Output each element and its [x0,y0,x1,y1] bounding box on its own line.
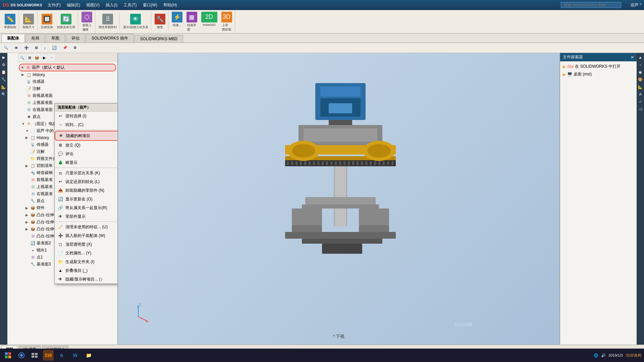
ctx-reset-light[interactable]: ↩ 设定还原到轻化 (L) [55,177,118,186]
toolbar-instant2d[interactable]: 2D Instant2D [200,11,219,33]
tree-root-item[interactable]: ▼ ⚙ 葫芦（默认 < 默认 [19,64,116,71]
rp-item-solidworks[interactable]: ▶ SW 在 SOLIDWORKS 中打开 [561,63,635,70]
taskbar-cortana[interactable] [16,350,27,361]
right-edge-icon-3[interactable]: ◉ [637,69,643,75]
menu-tools[interactable]: 工具(T) [121,2,139,9]
right-panel-close[interactable]: ✕ [631,55,634,60]
taskbar-start[interactable] [3,350,13,361]
left-edge-icon-6[interactable]: 🔍 [1,91,7,97]
sub-btn-options[interactable]: ⚙ [71,45,79,51]
toolbar-show[interactable]: 👁 显示/副镜几何关系 [122,13,150,30]
toolbar-group-show: 👁 显示/副镜几何关系 [120,12,151,31]
ctx-tree-display[interactable]: 🌲 树显示 ▶ [55,158,118,167]
toolbar-surface[interactable]: ⬡ 曲面上偏移 [80,11,94,33]
ctx-clean-features[interactable]: 🧹 清理未使用的特征... (U) [55,223,118,231]
ctx-doc-properties[interactable]: 📄 文档属性... (Y) [55,249,118,257]
menu-view[interactable]: 视图(V) [84,2,102,9]
toolbar-fastview[interactable]: ▦ 快速草图 [185,11,199,33]
search-input[interactable] [561,2,621,8]
ctx-unload-hidden-icon: 📤 [57,187,63,193]
right-edge-icon-8[interactable]: ◁ [637,106,643,112]
sub-btn-eye[interactable]: 👁 [12,45,20,51]
menu-file[interactable]: 文件(F) [45,2,63,9]
sub-btn-move[interactable]: ↕ [42,45,48,51]
sub-btn-snap[interactable]: 📌 [60,45,70,51]
tree-item-front-plane[interactable]: ⊟ 前视基准面 [21,92,116,99]
notes-icon: 📝 [26,86,32,92]
tab-plugins[interactable]: SOLIDWORKS 插件 [86,34,134,43]
right-panel-header: 文件探索器 ✕ [560,53,637,61]
taskbar-app-explorer[interactable]: 📁 [83,350,94,361]
toolbar-draw[interactable]: ✏️ 草图绘制 [3,13,17,30]
ctx-new-folder[interactable]: 📁 生成新文件夹 (I) [55,257,118,266]
toolbar-3d[interactable]: 3D 上草图矩规 [220,11,233,33]
toolbar-pattern[interactable]: ⠿ 线性草图阵列 [97,13,118,30]
toolbar-repair[interactable]: 🔧 修复 [153,13,167,30]
tree-btn-assembly[interactable]: 📦 [34,54,40,61]
right-edge-icon-2[interactable]: ↕ [637,62,643,68]
plane2-label: 凸台-拉伸5 [37,233,56,239]
menu-insert[interactable]: 插入(I) [103,2,120,9]
tab-assembly[interactable]: 装配体 [1,34,25,43]
rp-item-desktop[interactable]: ▶ 🖥️ 桌面 (msi) [561,70,635,78]
tab-evaluate[interactable]: 评估 [66,34,85,43]
ctx-show-update[interactable]: 🔄 显示更新友 (O) [55,195,118,203]
taskbar-app-ie[interactable]: e [56,350,67,361]
tree-btn-part[interactable]: ⊞ [26,54,33,61]
ctx-comp-display[interactable]: 👁 零部件显示 ▶ [55,212,118,221]
ctx-hide-tree[interactable]: 👁 隐藏的树项目 ▶ [55,131,118,141]
viewport[interactable]: {/* teeth pattern */} [118,53,559,345]
left-edge-icon-1[interactable]: ▶ [1,54,7,60]
history-label: History [33,72,45,77]
toolbar-convert[interactable]: 🔄 转换实体引用 [56,13,76,30]
tab-bar: 装配体 布局 草图 评估 SOLIDWORKS 插件 SOLIDWORKS MB… [0,34,644,43]
taskbar-app-solidworks[interactable]: SW [43,350,54,361]
right-edge-icon-7[interactable]: ✓ [637,99,643,105]
ctx-top-transparency[interactable]: ◻ 顶层透明度 (X) [55,240,118,249]
plane3-label: 点1 [37,254,43,260]
ctx-only-hier[interactable]: ⚌ 只显示层次关系 (K) [55,169,118,177]
right-edge-icon-6[interactable]: A [637,91,643,97]
right-edge-icon-5[interactable]: 📐 [637,84,643,90]
plane2-arrow [25,234,30,238]
instant2d-icon: 2D [201,12,217,22]
sub-btn-grid[interactable]: ⊞ [33,45,40,51]
ctx-unload-hidden[interactable]: 📤 卸装隐藏的零部件 (N) [55,186,118,195]
taskbar-app-word[interactable]: W [70,350,80,361]
toolbar-dim[interactable]: 📐 智能尺寸 [21,13,36,30]
left-edge-icon-5[interactable]: 📐 [1,84,7,90]
tree-btn-filter[interactable]: 🔍 [19,54,25,61]
ctx-show-deps[interactable]: 🔗 带从属关系一起显示(R) [55,203,118,212]
tree-item-sensor[interactable]: 📡 传感器 [21,78,116,85]
ctx-invert-select[interactable]: ↩ 逆转选择 (I) [55,112,118,120]
taskbar-task-view[interactable] [30,350,40,361]
left-edge-icon-3[interactable]: 📋 [1,69,7,75]
menu-help[interactable]: 帮助(H) [161,2,180,9]
right-edge-icon-4[interactable]: 🎨 [637,76,643,82]
ctx-hide-show-tree[interactable]: 👁 隐藏/显示树项目... (） [55,275,118,284]
right-edge-icon-1[interactable]: ▲ [637,54,643,60]
ctx-collapse[interactable]: ▲ 折叠项目 (_) [55,266,118,275]
sub-btn-add[interactable]: ➕ [22,45,31,51]
tree-btn-options[interactable]: ⋯ [48,54,55,61]
ctx-goto[interactable]: → 转到... (C) [55,120,118,129]
tab-mbd[interactable]: SOLIDWORKS MBD [135,35,183,43]
sub-btn-rotate[interactable]: 🔄 [50,45,59,51]
left-edge-icon-2[interactable]: ⚙ [1,62,7,68]
ctx-layout[interactable]: ⊞ 放立 (Q) [55,141,118,149]
ctx-insert-sub[interactable]: ➕ 插入新的子装配体 (W) [55,231,118,240]
menu-edit[interactable]: 编辑(E) [64,2,83,9]
tab-sketch[interactable]: 草图 [46,34,65,43]
ctx-comment[interactable]: 💬 评论 [55,149,118,158]
toolbar-quick[interactable]: ⚡ 快速... [170,11,184,33]
axis-svg: Z X [128,303,148,323]
left-edge-icon-4[interactable]: 🔧 [1,76,7,82]
toolbar-extrude[interactable]: 🔲 拉伸实体 [40,13,54,30]
tree-item-history[interactable]: ▶ 📋 History [21,71,116,78]
tab-layout[interactable]: 布局 [25,34,45,43]
tree-item-notes[interactable]: 📝 注解 [21,85,116,92]
sub-btn-filter[interactable]: 🔍 [1,45,11,51]
weld-part-icon: 🔧 [30,198,36,204]
tree-btn-expand[interactable]: ▶ [41,54,48,61]
menu-window[interactable]: 窗口(W) [140,2,160,9]
